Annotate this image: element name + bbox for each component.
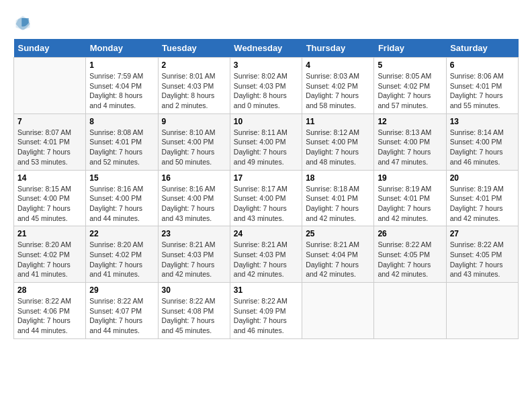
calendar-cell: 21Sunrise: 8:20 AMSunset: 4:02 PMDayligh… <box>14 226 86 283</box>
day-header-saturday: Saturday <box>446 39 518 58</box>
day-number: 2 <box>162 60 226 70</box>
calendar-cell: 15Sunrise: 8:16 AMSunset: 4:00 PMDayligh… <box>86 170 158 226</box>
day-info: Sunrise: 8:01 AMSunset: 4:03 PMDaylight:… <box>162 71 226 111</box>
day-number: 26 <box>378 229 442 238</box>
day-info: Sunrise: 8:16 AMSunset: 4:00 PMDaylight:… <box>89 184 154 224</box>
day-info: Sunrise: 8:02 AMSunset: 4:03 PMDaylight:… <box>234 71 298 111</box>
day-info: Sunrise: 8:13 AMSunset: 4:00 PMDaylight:… <box>378 128 442 167</box>
day-info: Sunrise: 8:07 AMSunset: 4:01 PMDaylight:… <box>17 128 82 167</box>
calendar-cell: 26Sunrise: 8:22 AMSunset: 4:05 PMDayligh… <box>374 226 446 283</box>
day-number: 30 <box>162 285 226 295</box>
calendar-cell <box>302 283 374 339</box>
calendar-cell: 24Sunrise: 8:21 AMSunset: 4:03 PMDayligh… <box>230 226 302 283</box>
day-number: 16 <box>162 173 226 183</box>
calendar-cell: 11Sunrise: 8:12 AMSunset: 4:00 PMDayligh… <box>302 113 374 170</box>
day-info: Sunrise: 8:22 AMSunset: 4:06 PMDaylight:… <box>17 296 82 336</box>
calendar-cell: 29Sunrise: 8:22 AMSunset: 4:07 PMDayligh… <box>86 283 158 339</box>
calendar-cell: 31Sunrise: 8:22 AMSunset: 4:09 PMDayligh… <box>230 283 302 339</box>
day-info: Sunrise: 8:17 AMSunset: 4:00 PMDaylight:… <box>234 184 298 224</box>
day-number: 19 <box>378 173 442 183</box>
calendar-cell: 25Sunrise: 8:21 AMSunset: 4:04 PMDayligh… <box>302 226 374 283</box>
day-info: Sunrise: 8:11 AMSunset: 4:00 PMDaylight:… <box>234 128 298 167</box>
calendar-cell: 4Sunrise: 8:03 AMSunset: 4:02 PMDaylight… <box>302 58 374 114</box>
day-number: 23 <box>162 229 226 238</box>
calendar-cell: 22Sunrise: 8:20 AMSunset: 4:02 PMDayligh… <box>86 226 158 283</box>
day-info: Sunrise: 8:21 AMSunset: 4:04 PMDaylight:… <box>306 240 370 279</box>
day-info: Sunrise: 8:21 AMSunset: 4:03 PMDaylight:… <box>234 240 298 279</box>
logo-icon <box>13 13 32 32</box>
calendar-cell: 9Sunrise: 8:10 AMSunset: 4:00 PMDaylight… <box>158 113 230 170</box>
day-info: Sunrise: 8:18 AMSunset: 4:01 PMDaylight:… <box>306 184 370 224</box>
day-info: Sunrise: 8:19 AMSunset: 4:01 PMDaylight:… <box>378 184 442 224</box>
day-number: 14 <box>17 173 82 183</box>
day-number: 7 <box>17 117 82 126</box>
calendar-cell: 16Sunrise: 8:16 AMSunset: 4:00 PMDayligh… <box>158 170 230 226</box>
day-number: 31 <box>234 285 298 295</box>
calendar-week-row: 7Sunrise: 8:07 AMSunset: 4:01 PMDaylight… <box>14 113 519 170</box>
day-number: 6 <box>450 60 515 70</box>
calendar-cell: 18Sunrise: 8:18 AMSunset: 4:01 PMDayligh… <box>302 170 374 226</box>
day-number: 3 <box>234 60 298 70</box>
calendar-cell: 12Sunrise: 8:13 AMSunset: 4:00 PMDayligh… <box>374 113 446 170</box>
day-info: Sunrise: 8:21 AMSunset: 4:03 PMDaylight:… <box>162 240 226 279</box>
day-info: Sunrise: 8:08 AMSunset: 4:01 PMDaylight:… <box>89 128 154 167</box>
day-number: 8 <box>89 117 154 126</box>
day-number: 11 <box>306 117 370 126</box>
calendar-cell: 14Sunrise: 8:15 AMSunset: 4:00 PMDayligh… <box>14 170 86 226</box>
day-number: 24 <box>234 229 298 238</box>
day-info: Sunrise: 8:20 AMSunset: 4:02 PMDaylight:… <box>89 240 154 279</box>
calendar-week-row: 14Sunrise: 8:15 AMSunset: 4:00 PMDayligh… <box>14 170 519 226</box>
day-info: Sunrise: 8:14 AMSunset: 4:00 PMDaylight:… <box>450 128 515 167</box>
calendar-cell: 7Sunrise: 8:07 AMSunset: 4:01 PMDaylight… <box>14 113 86 170</box>
day-info: Sunrise: 8:06 AMSunset: 4:01 PMDaylight:… <box>450 71 515 111</box>
calendar-cell <box>446 283 518 339</box>
day-header-sunday: Sunday <box>14 39 86 58</box>
calendar-cell: 5Sunrise: 8:05 AMSunset: 4:02 PMDaylight… <box>374 58 446 114</box>
day-number: 21 <box>17 229 82 238</box>
day-number: 20 <box>450 173 515 183</box>
day-number: 29 <box>89 285 154 295</box>
calendar-week-row: 28Sunrise: 8:22 AMSunset: 4:06 PMDayligh… <box>14 283 519 339</box>
day-info: Sunrise: 8:22 AMSunset: 4:08 PMDaylight:… <box>162 296 226 336</box>
calendar-cell <box>374 283 446 339</box>
logo <box>13 13 35 32</box>
day-number: 15 <box>89 173 154 183</box>
calendar-cell: 19Sunrise: 8:19 AMSunset: 4:01 PMDayligh… <box>374 170 446 226</box>
day-number: 13 <box>450 117 515 126</box>
day-number: 1 <box>89 60 154 70</box>
day-info: Sunrise: 8:05 AMSunset: 4:02 PMDaylight:… <box>378 71 442 111</box>
day-header-thursday: Thursday <box>302 39 374 58</box>
calendar-cell: 27Sunrise: 8:22 AMSunset: 4:05 PMDayligh… <box>446 226 518 283</box>
day-header-tuesday: Tuesday <box>158 39 230 58</box>
calendar-cell: 2Sunrise: 8:01 AMSunset: 4:03 PMDaylight… <box>158 58 230 114</box>
day-info: Sunrise: 8:22 AMSunset: 4:09 PMDaylight:… <box>234 296 298 336</box>
calendar-cell: 23Sunrise: 8:21 AMSunset: 4:03 PMDayligh… <box>158 226 230 283</box>
calendar-week-row: 21Sunrise: 8:20 AMSunset: 4:02 PMDayligh… <box>14 226 519 283</box>
calendar-cell: 6Sunrise: 8:06 AMSunset: 4:01 PMDaylight… <box>446 58 518 114</box>
day-info: Sunrise: 8:10 AMSunset: 4:00 PMDaylight:… <box>162 128 226 167</box>
day-number: 27 <box>450 229 515 238</box>
calendar-cell: 28Sunrise: 8:22 AMSunset: 4:06 PMDayligh… <box>14 283 86 339</box>
day-header-friday: Friday <box>374 39 446 58</box>
day-info: Sunrise: 8:19 AMSunset: 4:01 PMDaylight:… <box>450 184 515 224</box>
day-info: Sunrise: 8:22 AMSunset: 4:05 PMDaylight:… <box>378 240 442 279</box>
day-info: Sunrise: 8:15 AMSunset: 4:00 PMDaylight:… <box>17 184 82 224</box>
day-info: Sunrise: 7:59 AMSunset: 4:04 PMDaylight:… <box>89 71 154 111</box>
calendar-cell: 17Sunrise: 8:17 AMSunset: 4:00 PMDayligh… <box>230 170 302 226</box>
day-number: 28 <box>17 285 82 295</box>
day-number: 12 <box>378 117 442 126</box>
calendar-cell: 10Sunrise: 8:11 AMSunset: 4:00 PMDayligh… <box>230 113 302 170</box>
day-number: 9 <box>162 117 226 126</box>
calendar-cell: 8Sunrise: 8:08 AMSunset: 4:01 PMDaylight… <box>86 113 158 170</box>
day-number: 22 <box>89 229 154 238</box>
day-info: Sunrise: 8:12 AMSunset: 4:00 PMDaylight:… <box>306 128 370 167</box>
calendar-cell: 20Sunrise: 8:19 AMSunset: 4:01 PMDayligh… <box>446 170 518 226</box>
day-number: 18 <box>306 173 370 183</box>
calendar-table: SundayMondayTuesdayWednesdayThursdayFrid… <box>13 39 519 339</box>
calendar-header-row: SundayMondayTuesdayWednesdayThursdayFrid… <box>14 39 519 58</box>
calendar-cell: 3Sunrise: 8:02 AMSunset: 4:03 PMDaylight… <box>230 58 302 114</box>
day-number: 17 <box>234 173 298 183</box>
day-number: 4 <box>306 60 370 70</box>
calendar-week-row: 1Sunrise: 7:59 AMSunset: 4:04 PMDaylight… <box>14 58 519 114</box>
calendar-cell: 13Sunrise: 8:14 AMSunset: 4:00 PMDayligh… <box>446 113 518 170</box>
